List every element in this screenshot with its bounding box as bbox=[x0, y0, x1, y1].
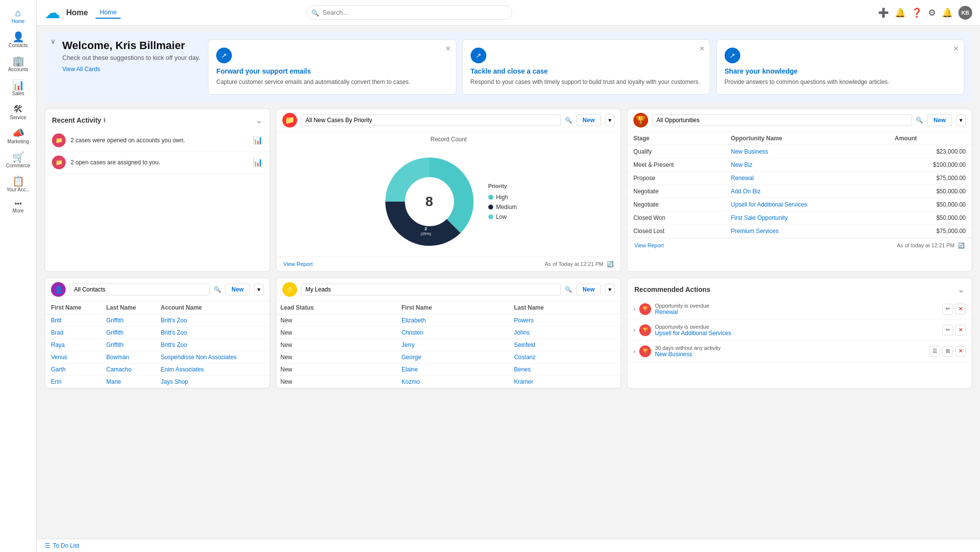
rec-edit-button[interactable]: ✏ bbox=[942, 304, 953, 315]
rec-grid-button[interactable]: ⊞ bbox=[942, 346, 953, 357]
avatar[interactable]: KB bbox=[958, 6, 972, 20]
opp-name[interactable]: Premium Services bbox=[725, 224, 889, 237]
contact-last[interactable]: Griffith bbox=[101, 339, 155, 351]
notification-icon[interactable]: 🔔 bbox=[895, 7, 905, 18]
lead-first[interactable]: Elizabeth bbox=[398, 314, 510, 326]
contacts-new-button[interactable]: New bbox=[225, 284, 250, 295]
rec-list-button[interactable]: ☰ bbox=[930, 346, 940, 357]
leads-search[interactable] bbox=[301, 284, 561, 295]
contact-account[interactable]: Britt's Zoo bbox=[155, 314, 270, 326]
card-2-title: Tackle and close a case bbox=[471, 67, 702, 75]
contact-first[interactable]: Erin bbox=[45, 375, 101, 388]
opp-dropdown-button[interactable]: ▾ bbox=[956, 114, 966, 126]
rec-close-button[interactable]: ✕ bbox=[955, 325, 966, 336]
sidebar-item-contacts[interactable]: 👤 Contacts bbox=[0, 28, 36, 52]
new-cases-dropdown-button[interactable]: ▾ bbox=[605, 114, 615, 126]
sidebar-item-your-account[interactable]: 📋 Your Acc... bbox=[0, 172, 36, 196]
activity-expand-icon[interactable]: ⌄ bbox=[255, 115, 263, 126]
lead-last[interactable]: Seinfeld bbox=[510, 339, 621, 351]
contact-first[interactable]: Britt bbox=[45, 314, 101, 326]
close-card-2-button[interactable]: ✕ bbox=[699, 45, 705, 53]
add-icon[interactable]: ➕ bbox=[878, 7, 889, 18]
sidebar-item-commerce[interactable]: 🛒 Commerce bbox=[0, 148, 36, 172]
bottom-bar[interactable]: ☰ To Do List bbox=[37, 539, 980, 552]
contact-first[interactable]: Garth bbox=[45, 363, 101, 375]
contact-last[interactable]: Griffith bbox=[101, 326, 155, 339]
leads-new-button[interactable]: New bbox=[576, 284, 601, 295]
opp-name[interactable]: Add On Biz bbox=[725, 184, 889, 198]
contact-last[interactable]: Griffith bbox=[101, 314, 155, 326]
lead-first[interactable]: Kozmo bbox=[398, 375, 510, 388]
lead-first[interactable]: Elaine bbox=[398, 363, 510, 375]
contact-account[interactable]: Enim Associates bbox=[155, 363, 270, 375]
opp-name[interactable]: New Biz bbox=[725, 158, 889, 171]
lead-first[interactable]: George bbox=[398, 351, 510, 363]
help-icon[interactable]: ❓ bbox=[911, 7, 922, 18]
nav-tab-home[interactable]: Home bbox=[96, 6, 121, 19]
lead-first[interactable]: Jerry bbox=[398, 339, 510, 351]
sidebar-item-sales[interactable]: 📊 Sales bbox=[0, 76, 36, 100]
sidebar-item-accounts[interactable]: 🏢 Accounts bbox=[0, 52, 36, 76]
rec-chevron-icon[interactable]: › bbox=[633, 306, 635, 313]
lead-first[interactable]: Christen bbox=[398, 326, 510, 339]
sidebar-item-more[interactable]: ••• More bbox=[0, 196, 36, 217]
opp-name[interactable]: New Business bbox=[725, 145, 889, 158]
alerts-icon[interactable]: 🔔 bbox=[942, 7, 953, 18]
settings-icon[interactable]: ⚙ bbox=[928, 7, 936, 18]
lead-last[interactable]: Johns bbox=[510, 326, 621, 339]
lead-last[interactable]: Kramer bbox=[510, 375, 621, 388]
lead-last[interactable]: Powers bbox=[510, 314, 621, 326]
leads-search-drop[interactable]: 🔍 bbox=[565, 286, 572, 293]
new-cases-search[interactable] bbox=[301, 114, 561, 126]
opp-search[interactable] bbox=[652, 114, 912, 126]
contact-account[interactable]: Jays Shop bbox=[155, 375, 270, 388]
opp-view-report-link[interactable]: View Report bbox=[634, 242, 664, 248]
close-card-1-button[interactable]: ✕ bbox=[445, 45, 451, 53]
activity-chart-1[interactable]: 📊 bbox=[253, 135, 263, 145]
contact-account[interactable]: Suspendisse Non Associates bbox=[155, 351, 270, 363]
sidebar-item-home[interactable]: ⌂ Home bbox=[0, 4, 36, 28]
contact-last[interactable]: Marie bbox=[101, 375, 155, 388]
contacts-dropdown-button[interactable]: ▾ bbox=[254, 284, 264, 295]
lead-last[interactable]: Benes bbox=[510, 363, 621, 375]
rec-close-button[interactable]: ✕ bbox=[955, 346, 966, 357]
contacts-search-drop[interactable]: 🔍 bbox=[214, 286, 221, 293]
view-all-cards-link[interactable]: View All Cards bbox=[62, 66, 100, 73]
opp-search-drop[interactable]: 🔍 bbox=[916, 117, 923, 124]
contact-first[interactable]: Raya bbox=[45, 339, 101, 351]
card-2-desc: Respond to your cases with timely suppor… bbox=[471, 78, 702, 86]
rec-edit-button[interactable]: ✏ bbox=[942, 325, 953, 336]
rec-chevron-icon[interactable]: › bbox=[633, 348, 635, 355]
cases-search-drop[interactable]: 🔍 bbox=[565, 117, 572, 124]
close-card-3-button[interactable]: ✕ bbox=[953, 45, 959, 53]
view-report-link[interactable]: View Report bbox=[283, 261, 313, 267]
activity-chart-2[interactable]: 📊 bbox=[253, 158, 263, 167]
lead-last[interactable]: Costanz bbox=[510, 351, 621, 363]
opp-new-button[interactable]: New bbox=[927, 114, 952, 126]
contact-first[interactable]: Venus bbox=[45, 351, 101, 363]
contact-last[interactable]: Bowman bbox=[101, 351, 155, 363]
search-input[interactable] bbox=[306, 5, 512, 20]
opp-name[interactable]: First Sale Opportunity bbox=[725, 211, 889, 224]
opp-refresh-icon[interactable]: 🔄 bbox=[958, 242, 965, 248]
rec-item-link[interactable]: Renewal bbox=[655, 309, 938, 315]
opp-name[interactable]: Upsell for Additional Services bbox=[725, 198, 889, 211]
contact-first[interactable]: Brad bbox=[45, 326, 101, 339]
contacts-search[interactable] bbox=[70, 284, 210, 295]
new-cases-new-button[interactable]: New bbox=[576, 114, 601, 126]
contact-account[interactable]: Britt's Zoo bbox=[155, 326, 270, 339]
rec-item-link[interactable]: Upsell for Additional Services bbox=[655, 330, 938, 337]
rec-close-button[interactable]: ✕ bbox=[955, 304, 966, 315]
contact-account[interactable]: Britt's Zoo bbox=[155, 339, 270, 351]
rec-expand-icon[interactable]: ⌄ bbox=[957, 284, 965, 295]
sidebar-item-service[interactable]: 🛠 Service bbox=[0, 100, 36, 124]
rec-chevron-icon[interactable]: › bbox=[633, 327, 635, 334]
contact-last[interactable]: Camacho bbox=[101, 363, 155, 375]
opp-name[interactable]: Renewal bbox=[725, 171, 889, 184]
opp-col-name: Opportunity Name bbox=[725, 132, 889, 145]
rec-item-link[interactable]: New Business bbox=[655, 351, 926, 358]
sidebar-item-marketing[interactable]: 📣 Marketing bbox=[0, 124, 36, 148]
collapse-button[interactable]: ∨ bbox=[50, 37, 55, 45]
refresh-icon[interactable]: 🔄 bbox=[607, 261, 614, 267]
leads-dropdown-button[interactable]: ▾ bbox=[605, 284, 615, 295]
